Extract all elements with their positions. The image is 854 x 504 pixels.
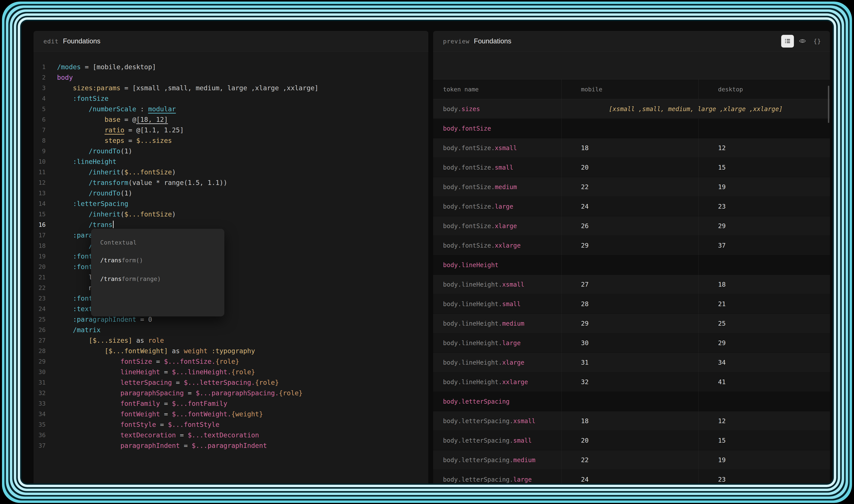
table-row[interactable]: body.lineHeight.xlarge3134: [433, 353, 830, 372]
token-value-mobile: 32: [561, 372, 698, 392]
code-text: :lineHeight: [57, 158, 117, 165]
code-text: /: [57, 242, 93, 250]
token-table-body: body.sizes[xsmall ,small, medium, large …: [433, 99, 830, 483]
column-header-desktop: desktop: [698, 79, 830, 99]
token-value-desktop: 19: [698, 450, 830, 470]
code-line[interactable]: 3sizes:params = [xsmall ,small, medium, …: [34, 83, 428, 93]
line-number: 10: [34, 158, 46, 165]
code-line[interactable]: 29fontSize = $...fontSize.{role}: [34, 356, 428, 366]
code-line[interactable]: 4:fontSize: [34, 93, 428, 104]
table-row[interactable]: body.fontSize.xxlarge2937: [433, 236, 830, 255]
code-line[interactable]: 31letterSpacing = $...letterSpacing.{rol…: [34, 377, 428, 388]
code-line[interactable]: 12/transform(value * range(1.5, 1.1)): [34, 177, 428, 188]
code-line[interactable]: 6base = @[18, 12]: [34, 114, 428, 125]
code-text: ratio = @[1.1, 1.25]: [57, 126, 184, 134]
preview-toolbar: {}: [781, 35, 824, 48]
preview-visibility-button[interactable]: [796, 35, 809, 48]
table-row[interactable]: body.lineHeight.xsmall2718: [433, 275, 830, 294]
code-line[interactable]: 15/inherit($...fontSize): [34, 209, 428, 219]
eye-icon: [799, 37, 806, 45]
code-text: :font: [57, 263, 93, 271]
line-number: 14: [34, 200, 46, 207]
code-editor[interactable]: 1/modes = [mobile,desktop]2body3sizes:pa…: [34, 52, 428, 483]
code-line[interactable]: 28[$...fontWeight] as weight :typography: [34, 346, 428, 356]
line-number: 2: [34, 74, 46, 81]
token-name: body.sizes: [433, 99, 561, 119]
autocomplete-popup: Contextual /transform()/transform(range): [91, 229, 224, 317]
code-text: [$...sizes] as role: [57, 337, 164, 344]
code-line[interactable]: 37paragraphIndent = $...paragraphIndent: [34, 440, 428, 451]
code-text: /roundTo(1): [57, 147, 132, 155]
line-number: 7: [34, 127, 46, 133]
code-line[interactable]: 16/trans: [34, 219, 428, 230]
table-row[interactable]: body.letterSpacing.medium2219: [433, 450, 830, 470]
code-line[interactable]: 26/matrix: [34, 325, 428, 335]
column-header-mobile: mobile: [561, 79, 698, 99]
table-spacer: [433, 52, 830, 79]
code-line[interactable]: 36textDecoration = $...textDecoration: [34, 430, 428, 440]
list-icon: [784, 38, 791, 45]
code-line[interactable]: 9/roundTo(1): [34, 146, 428, 156]
token-value-desktop: 23: [698, 470, 830, 483]
table-row[interactable]: body.lineHeight.small2821: [433, 294, 830, 314]
code-text: l: [57, 273, 93, 281]
line-number: 4: [34, 95, 46, 102]
table-row[interactable]: body.lineHeight.medium2925: [433, 314, 830, 333]
table-row[interactable]: body.fontSize.xsmall1812: [433, 138, 830, 158]
code-line[interactable]: 11/inherit($...fontSize): [34, 167, 428, 177]
table-row[interactable]: body.lineHeight.large3029: [433, 333, 830, 353]
table-row[interactable]: body.sizes[xsmall ,small, medium, large …: [433, 99, 830, 119]
code-line[interactable]: 5/numberScale : modular: [34, 104, 428, 114]
table-row[interactable]: body.fontSize.medium2219: [433, 177, 830, 197]
code-text: paragraphSpacing = $...paragraphSpacing.…: [57, 389, 303, 397]
code-line[interactable]: 8steps = $...sizes: [34, 135, 428, 146]
code-text: body: [57, 74, 73, 81]
table-row[interactable]: body.lineHeight: [433, 255, 830, 275]
code-line[interactable]: 35fontStyle = $...fontStyle: [34, 419, 428, 430]
code-text: letterSpacing = $...letterSpacing.{role}: [57, 379, 279, 386]
token-name: body.lineHeight.medium: [433, 314, 561, 333]
line-number: 23: [34, 295, 46, 302]
code-line[interactable]: 1/modes = [mobile,desktop]: [34, 61, 428, 72]
line-number: 34: [34, 411, 46, 417]
table-row[interactable]: body.fontSize: [433, 119, 830, 138]
code-text: base = @[18, 12]: [57, 116, 168, 123]
table-row[interactable]: body.letterSpacing.xsmall1812: [433, 411, 830, 431]
table-row[interactable]: body.letterSpacing.small2015: [433, 431, 830, 450]
code-line[interactable]: 10:lineHeight: [34, 156, 428, 167]
code-text: :para: [57, 231, 93, 239]
table-row[interactable]: body.fontSize.large2423: [433, 197, 830, 216]
table-row[interactable]: body.lineHeight.xxlarge3241: [433, 372, 830, 392]
code-line[interactable]: 32paragraphSpacing = $...paragraphSpacin…: [34, 388, 428, 398]
code-line[interactable]: 2body: [34, 72, 428, 83]
table-row[interactable]: body.fontSize.xlarge2629: [433, 216, 830, 236]
table-row[interactable]: body.letterSpacing: [433, 392, 830, 411]
table-row[interactable]: body.letterSpacing.large2423: [433, 470, 830, 483]
token-name: body.lineHeight.xxlarge: [433, 372, 561, 392]
code-line[interactable]: 34fontWeight = $...fontWeight.{weight}: [34, 409, 428, 419]
line-number: 25: [34, 316, 46, 323]
autocomplete-item[interactable]: /transform(): [100, 257, 215, 263]
table-view-button[interactable]: [781, 35, 794, 48]
code-line[interactable]: 33fontFamily = $...fontFamily: [34, 398, 428, 409]
autocomplete-item[interactable]: /transform(range): [100, 276, 215, 282]
scrollbar-thumb[interactable]: [828, 86, 829, 123]
code-line[interactable]: 30lineHeight = $...lineHeight.{role}: [34, 366, 428, 377]
token-group-name: body.letterSpacing: [433, 392, 561, 411]
code-line[interactable]: 27[$...sizes] as role: [34, 335, 428, 346]
line-number: 31: [34, 379, 46, 386]
editor-mode-label: edit: [43, 38, 58, 45]
code-line[interactable]: 13/roundTo(1): [34, 188, 428, 198]
table-row[interactable]: body.fontSize.small2015: [433, 158, 830, 177]
code-line[interactable]: 14:letterSpacing: [34, 198, 428, 209]
code-line[interactable]: 7ratio = @[1.1, 1.25]: [34, 125, 428, 135]
code-view-button[interactable]: {}: [811, 35, 824, 48]
line-number: 24: [34, 305, 46, 312]
line-number: 5: [34, 106, 46, 112]
code-text: /transform(value * range(1.5, 1.1)): [57, 179, 227, 186]
token-value: [xsmall ,small, medium, large ,xlarge ,x…: [561, 99, 830, 119]
token-value-mobile: 20: [561, 158, 698, 177]
token-value-desktop: 15: [698, 158, 830, 177]
line-number: 20: [34, 264, 46, 270]
code-text: sizes:params = [xsmall ,small, medium, l…: [57, 84, 318, 92]
